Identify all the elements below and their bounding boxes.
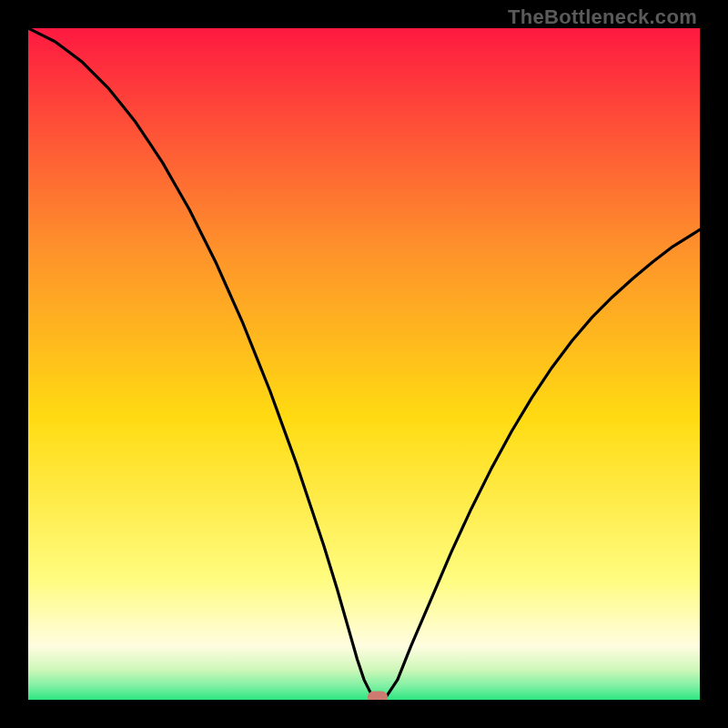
plot-area <box>28 28 700 700</box>
bottleneck-curve <box>28 28 700 700</box>
optimum-marker <box>368 692 388 701</box>
watermark-text: TheBottleneck.com <box>508 5 697 29</box>
chart-stage: TheBottleneck.com <box>0 0 728 728</box>
